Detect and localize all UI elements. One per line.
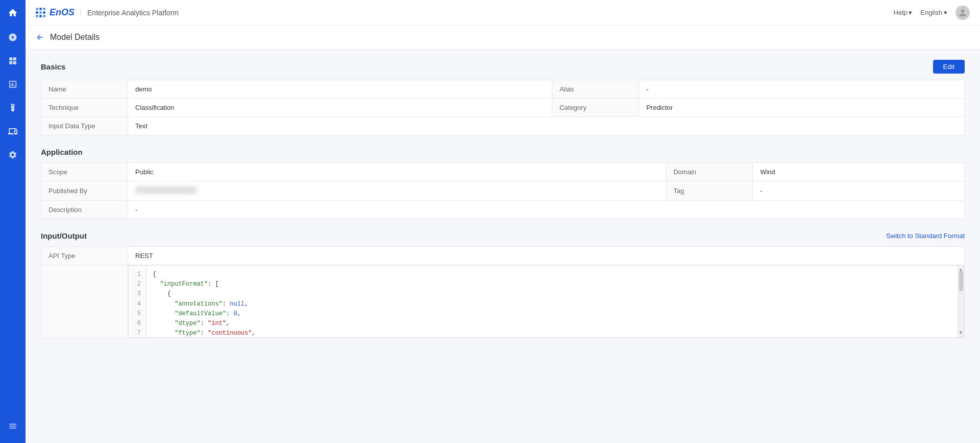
published-by-value xyxy=(128,181,666,201)
api-type-value: REST xyxy=(128,247,965,265)
application-table: Scope Public Domain Wind Published By Ta… xyxy=(41,162,965,219)
sidebar-item-lab[interactable] xyxy=(0,96,26,120)
topnav-right: Help ▾ English ▾ xyxy=(894,6,970,20)
category-label: Category xyxy=(552,99,639,117)
page-header: Model Details xyxy=(26,26,980,50)
code-cell: 1 2 3 4 5 6 7 { "inp xyxy=(128,265,965,338)
input-output-header: Input/Output Switch to Standard Format xyxy=(41,231,965,240)
published-by-label: Published By xyxy=(41,181,128,201)
table-row: API Type REST xyxy=(41,247,965,265)
help-button[interactable]: Help ▾ xyxy=(894,9,913,16)
table-row: 1 2 3 4 5 6 7 { "inp xyxy=(41,265,965,338)
table-row: Technique Classification Category Predic… xyxy=(41,99,965,117)
back-button[interactable] xyxy=(36,33,44,41)
code-content: { "inputFormat": [ { "annotations": null… xyxy=(146,266,958,337)
description-label: Description xyxy=(41,201,128,219)
scope-value: Public xyxy=(128,163,666,181)
app-title: Enterprise Analytics Platform xyxy=(81,9,179,17)
content: Model Details Basics Edit Name demo Alia… xyxy=(26,26,980,443)
domain-label: Domain xyxy=(666,163,753,181)
tag-label: Tag xyxy=(666,181,753,201)
edit-button[interactable]: Edit xyxy=(933,60,965,74)
tag-value: - xyxy=(753,181,965,201)
table-row: Description - xyxy=(41,201,965,219)
table-row: Scope Public Domain Wind xyxy=(41,163,965,181)
input-data-type-value: Text xyxy=(128,117,965,135)
switch-format-link[interactable]: Switch to Standard Format xyxy=(886,232,965,240)
sidebar-item-menu[interactable] xyxy=(0,414,26,438)
application-section: Application Scope Public Domain Wind Pub… xyxy=(41,148,965,219)
scrollbar-thumb[interactable] xyxy=(959,271,963,291)
technique-label: Technique xyxy=(41,99,128,117)
input-data-type-label: Input Data Type xyxy=(41,117,128,135)
logo-dots xyxy=(36,8,45,17)
application-header: Application xyxy=(41,148,965,156)
domain-value: Wind xyxy=(753,163,965,181)
input-output-table: API Type REST 1 2 3 4 xyxy=(41,246,965,338)
language-button[interactable]: English ▾ xyxy=(920,9,947,16)
topnav: EnOS Enterprise Analytics Platform Help … xyxy=(26,0,980,26)
main-area: EnOS Enterprise Analytics Platform Help … xyxy=(26,0,980,443)
category-value: Predictor xyxy=(639,99,965,117)
scrollbar-arrows: ▲ ▼ xyxy=(958,266,964,337)
basics-section: Basics Edit Name demo Alias - Technique … xyxy=(41,60,965,135)
sidebar-item-reports[interactable] xyxy=(0,73,26,96)
sidebar-home-icon[interactable] xyxy=(0,0,26,26)
table-row: Input Data Type Text xyxy=(41,117,965,135)
name-value: demo xyxy=(128,80,552,99)
logo: EnOS xyxy=(36,7,75,18)
application-title: Application xyxy=(41,148,83,156)
avatar[interactable] xyxy=(955,6,970,20)
code-editor: 1 2 3 4 5 6 7 { "inp xyxy=(128,265,964,338)
api-type-label: API Type xyxy=(41,247,128,265)
sidebar-item-models[interactable] xyxy=(0,120,26,143)
chevron-down-icon: ▾ xyxy=(944,9,947,16)
sidebar-item-dashboard[interactable] xyxy=(0,49,26,73)
sidebar-item-settings[interactable] xyxy=(0,143,26,167)
code-label xyxy=(41,265,128,338)
basics-table: Name demo Alias - Technique Classificati… xyxy=(41,80,965,135)
sidebar xyxy=(0,0,26,443)
chevron-down-icon: ▾ xyxy=(909,9,912,16)
alias-value: - xyxy=(639,80,965,99)
input-output-section: Input/Output Switch to Standard Format A… xyxy=(41,231,965,338)
input-output-title: Input/Output xyxy=(41,231,87,240)
scrollbar[interactable]: ▲ ▼ xyxy=(958,266,964,337)
basics-header: Basics Edit xyxy=(41,60,965,74)
table-row: Published By Tag - xyxy=(41,181,965,201)
page-title: Model Details xyxy=(50,33,100,42)
technique-value: Classification xyxy=(128,99,552,117)
description-value: - xyxy=(128,201,965,219)
logo-text: EnOS xyxy=(50,7,75,18)
line-numbers: 1 2 3 4 5 6 7 xyxy=(129,266,146,337)
blurred-content xyxy=(135,186,197,194)
name-label: Name xyxy=(41,80,128,99)
table-row: Name demo Alias - xyxy=(41,80,965,99)
scope-label: Scope xyxy=(41,163,128,181)
sidebar-item-analytics[interactable] xyxy=(0,26,26,49)
scroll-down-icon[interactable]: ▼ xyxy=(959,330,962,336)
alias-label: Alias xyxy=(552,80,639,99)
basics-title: Basics xyxy=(41,62,65,71)
